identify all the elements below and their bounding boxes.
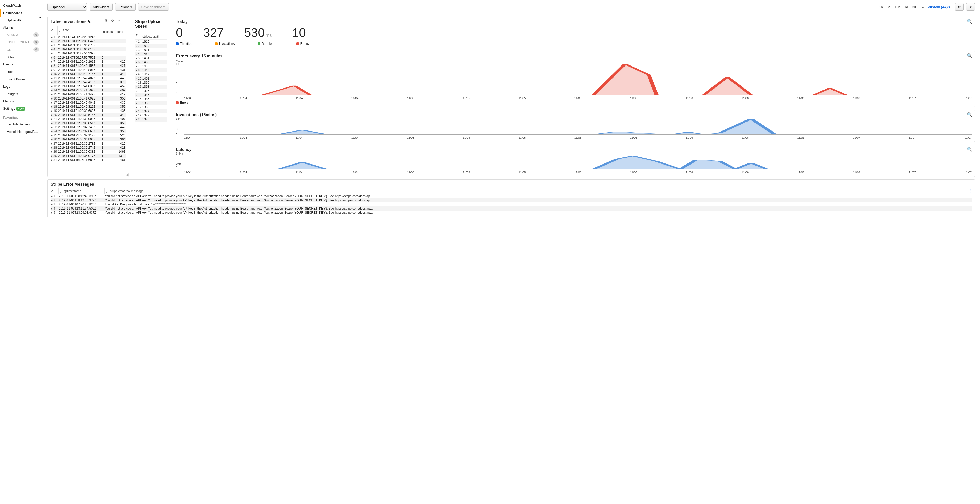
nav-metrics[interactable]: Metrics	[0, 98, 42, 105]
table-row[interactable]: ▸ 252019-11-06T21:00:37.117Z1526	[51, 133, 126, 137]
col-num[interactable]: #	[51, 26, 57, 35]
table-row[interactable]: ▸ 122019-11-06T21:00:42.419Z1379	[51, 80, 126, 84]
table-row[interactable]: ▸ 31521	[135, 48, 167, 52]
fav-monolithic[interactable]: MonolithicLegacyBackend	[0, 128, 42, 136]
zoom-icon[interactable]: 🔍	[967, 112, 972, 117]
nav-billing[interactable]: Billing	[0, 54, 42, 61]
table-row[interactable]: ▸ 102019-11-06T21:00:43.714Z1343	[51, 72, 126, 76]
table-row[interactable]: ▸ 42019-11-07T06:28:06.610Z0	[51, 47, 126, 51]
nav-alarms-alarm[interactable]: ALARM0	[0, 32, 42, 39]
time-1h[interactable]: 1h	[877, 4, 885, 10]
kebab-icon[interactable]: ⋮	[968, 188, 972, 193]
table-row[interactable]: ▸ 191377	[135, 113, 167, 117]
table-row[interactable]: ▸ 192019-11-06T21:00:39.662Z1435	[51, 109, 126, 113]
expand-icon[interactable]: ⤢	[117, 19, 120, 23]
fav-lambda[interactable]: LambdaBackend	[0, 121, 42, 128]
table-row[interactable]: ▸ 242019-11-06T21:00:37.663Z1358	[51, 129, 126, 133]
table-row[interactable]: ▸ 42019-11-05T23:11:54.505ZYou did not p…	[51, 206, 972, 211]
table-row[interactable]: ▸ 312019-11-06T18:35:11.688Z1461	[51, 158, 126, 162]
nav-alarms-ok[interactable]: OK0	[0, 46, 42, 54]
errors-chart-area[interactable]	[184, 64, 972, 95]
table-row[interactable]: ▸ 51461	[135, 56, 167, 60]
table-row[interactable]: ▸ 171383	[135, 105, 167, 109]
time-3h[interactable]: 3h	[885, 4, 892, 10]
refresh-button[interactable]: ⟳	[955, 3, 964, 11]
table-row[interactable]: ▸ 132019-11-06T21:00:41.835Z1452	[51, 84, 126, 88]
nav-dashboard-uploadapi[interactable]: UploadAPI	[0, 17, 42, 24]
nav-alarms[interactable]: Alarms	[0, 24, 42, 32]
zoom-icon[interactable]: 🔍	[967, 19, 972, 24]
edit-icon[interactable]: ✎	[88, 20, 91, 24]
latency-chart-area[interactable]	[184, 153, 972, 169]
time-3d[interactable]: 3d	[910, 4, 918, 10]
table-row[interactable]: ▸ 151385	[135, 97, 167, 101]
table-row[interactable]: ▸ 112019-11-06T21:00:42.487Z1446	[51, 76, 126, 80]
table-row[interactable]: ▸ 101401	[135, 77, 167, 81]
table-row[interactable]: ▸ 82019-11-06T21:00:46.158Z1427	[51, 64, 126, 68]
table-row[interactable]: ▸ 181379	[135, 109, 167, 113]
table-row[interactable]: ▸ 61458	[135, 60, 167, 64]
table-row[interactable]: ▸ 182019-11-06T21:00:40.326Z1352	[51, 105, 126, 109]
table-row[interactable]: ▸ 202019-11-06T21:00:39.574Z1348	[51, 113, 126, 117]
time-1w[interactable]: 1w	[918, 4, 926, 10]
nav-events[interactable]: Events	[0, 61, 42, 68]
doc-icon[interactable]: 🗎	[104, 19, 108, 23]
table-row[interactable]: ▸ 201370	[135, 117, 167, 121]
nav-alarms-insufficient[interactable]: INSUFFICIENT0	[0, 39, 42, 46]
nav-settings[interactable]: SettingsNEW	[0, 105, 42, 113]
table-row[interactable]: ▸ 92019-11-06T21:00:43.801Z1431	[51, 68, 126, 72]
refresh-menu-button[interactable]: ▾	[966, 3, 975, 11]
table-row[interactable]: ▸ 111399	[135, 81, 167, 85]
table-row[interactable]: ▸ 22019-11-06T18:12:48.377ZYou did not p…	[51, 198, 972, 203]
table-row[interactable]: ▸ 272019-11-06T21:00:36.278Z1426	[51, 142, 126, 145]
table-row[interactable]: ▸ 21539	[135, 44, 167, 48]
kebab-icon[interactable]: ⋮	[123, 19, 127, 23]
table-row[interactable]: ▸ 262019-11-06T21:00:36.898Z1364	[51, 137, 126, 142]
nav-event-buses[interactable]: Event Buses	[0, 76, 42, 83]
table-row[interactable]: ▸ 302019-11-06T21:00:35.017Z11313	[51, 154, 126, 158]
table-row[interactable]: ▸ 141385	[135, 93, 167, 97]
refresh-icon[interactable]: ⟳	[111, 19, 114, 23]
table-row[interactable]: ▸ 52019-11-07T06:27:54.339Z0	[51, 51, 126, 56]
actions-button[interactable]: Actions ▾	[115, 3, 135, 11]
table-row[interactable]: ▸ 232019-11-06T21:00:37.746Z1442	[51, 125, 126, 129]
table-row[interactable]: ▸ 71438	[135, 64, 167, 68]
resize-handle-icon[interactable]: ◢	[126, 173, 128, 176]
table-row[interactable]: ▸ 212019-11-06T21:00:38.908Z1407	[51, 117, 126, 121]
nav-cloudwatch[interactable]: CloudWatch	[0, 2, 42, 10]
sidebar-collapse[interactable]: ◀	[39, 14, 42, 20]
table-row[interactable]: ▸ 121398	[135, 85, 167, 89]
table-row[interactable]: ▸ 22019-11-13T11:07:30.047Z0	[51, 39, 126, 43]
zoom-icon[interactable]: 🔍	[967, 147, 972, 152]
table-row[interactable]: ▸ 131396	[135, 89, 167, 93]
table-row[interactable]: ▸ 91412	[135, 72, 167, 77]
table-row[interactable]: ▸ 52019-11-05T23:09:03.937ZYou did not p…	[51, 211, 972, 215]
dashboard-select[interactable]: UploadAPI	[47, 3, 87, 11]
table-row[interactable]: ▸ 162019-11-06T21:00:41.092Z1356	[51, 96, 126, 100]
table-row[interactable]: ▸ 161383	[135, 101, 167, 105]
table-row[interactable]: ▸ 282019-11-06T21:00:36.274Z1423	[51, 145, 126, 150]
invocations-chart-area[interactable]	[184, 119, 972, 135]
col-num[interactable]: #	[135, 30, 142, 40]
table-row[interactable]: ▸ 292019-11-06T21:00:35.038Z11461	[51, 150, 126, 154]
table-row[interactable]: ▸ 41463	[135, 52, 167, 56]
table-row[interactable]: ▸ 11619	[135, 40, 167, 44]
save-dashboard-button[interactable]: Save dashboard	[138, 3, 169, 11]
table-row[interactable]: ▸ 222019-11-06T21:00:38.851Z1350	[51, 121, 126, 125]
nav-rules[interactable]: Rules	[0, 68, 42, 76]
table-row[interactable]: ▸ 72019-11-06T21:00:46.161Z1429	[51, 60, 126, 64]
table-row[interactable]: ▸ 12019-11-06T18:12:48.399ZYou did not p…	[51, 194, 972, 199]
table-row[interactable]: ▸ 81418	[135, 68, 167, 72]
nav-dashboards[interactable]: Dashboards	[0, 10, 42, 17]
table-row[interactable]: ▸ 62019-11-07T06:27:52.750Z0	[51, 56, 126, 60]
table-row[interactable]: ▸ 32019-11-06T07:26:20.826ZInvalid API K…	[51, 203, 972, 206]
add-widget-button[interactable]: Add widget	[89, 3, 113, 11]
table-row[interactable]: ▸ 152019-11-06T21:00:41.149Z1412	[51, 93, 126, 96]
table-row[interactable]: ▸ 32019-11-07T06:28:36.675Z0	[51, 43, 126, 47]
time-custom[interactable]: custom (4w) ▾	[926, 4, 952, 10]
nav-logs[interactable]: Logs	[0, 83, 42, 91]
col-num[interactable]: #	[51, 188, 58, 194]
table-row[interactable]: ▸ 172019-11-06T21:00:40.404Z1430	[51, 100, 126, 105]
table-row[interactable]: ▸ 142019-11-06T21:00:41.792Z1409	[51, 88, 126, 93]
time-1d[interactable]: 1d	[902, 4, 910, 10]
